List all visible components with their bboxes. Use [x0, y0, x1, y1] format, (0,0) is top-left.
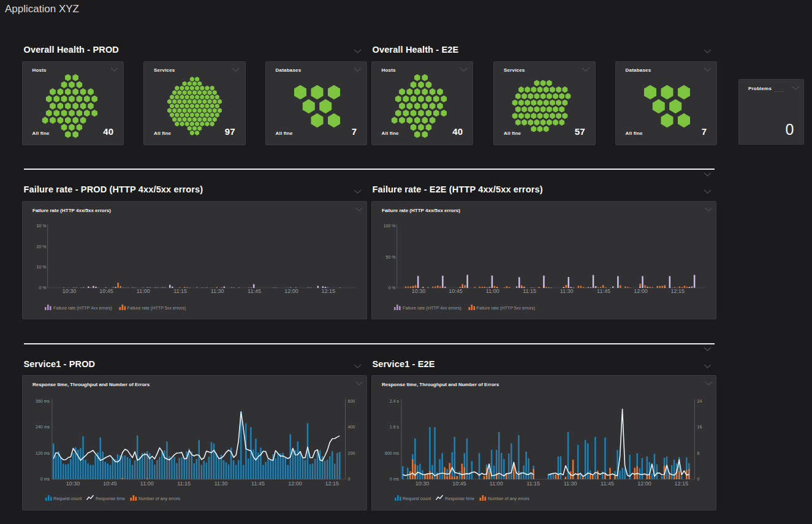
svg-text:0: 0 [697, 477, 699, 481]
svg-text:11:30: 11:30 [214, 480, 227, 486]
svg-text:360 ms: 360 ms [36, 398, 50, 403]
svg-text:11:15: 11:15 [177, 480, 191, 486]
svg-text:Failure rate (HTTP 4xx/5xx err: Failure rate (HTTP 4xx/5xx errors) [32, 207, 111, 213]
svg-text:30 %: 30 % [36, 224, 46, 228]
svg-text:11:00: 11:00 [140, 480, 153, 486]
svg-text:12:15: 12:15 [674, 480, 688, 486]
svg-text:8: 8 [697, 450, 699, 455]
svg-text:11:00: 11:00 [485, 288, 499, 294]
svg-text:Failure rate (HTTP 4xx/5xx err: Failure rate (HTTP 4xx/5xx errors) [382, 207, 460, 213]
svg-text:10:30: 10:30 [62, 288, 76, 294]
svg-text:2.4 s: 2.4 s [389, 398, 399, 403]
svg-text:12:00: 12:00 [288, 480, 302, 486]
svg-text:0 %: 0 % [388, 286, 395, 290]
svg-text:11:45: 11:45 [597, 288, 610, 294]
svg-text:Failure rate (HTTP 5xx errors): Failure rate (HTTP 5xx errors) [127, 305, 186, 310]
svg-text:240 ms: 240 ms [36, 425, 50, 429]
svg-text:16: 16 [697, 425, 702, 429]
svg-text:800 ms: 800 ms [385, 450, 399, 455]
svg-text:10:45: 10:45 [449, 288, 463, 294]
svg-text:11:30: 11:30 [210, 288, 224, 294]
svg-text:600: 600 [347, 398, 355, 403]
svg-text:0 ms: 0 ms [40, 477, 50, 481]
svg-text:11:30: 11:30 [560, 288, 573, 294]
svg-text:400: 400 [347, 425, 355, 429]
svg-text:10:45: 10:45 [103, 480, 117, 486]
svg-text:1.6 s: 1.6 s [389, 425, 399, 429]
svg-text:12:00: 12:00 [637, 480, 651, 486]
svg-text:Response time, Throughput and: Response time, Throughput and Number of … [382, 381, 499, 387]
svg-text:Failure rate (HTTP 5xx errors): Failure rate (HTTP 5xx errors) [476, 305, 535, 310]
svg-text:Response time, Throughput and: Response time, Throughput and Number of … [32, 381, 150, 387]
svg-text:12:00: 12:00 [284, 288, 298, 294]
svg-text:200: 200 [347, 450, 355, 455]
svg-text:12:15: 12:15 [321, 288, 335, 294]
svg-text:Response time: Response time [96, 495, 125, 501]
svg-text:Request count: Request count [53, 495, 82, 501]
svg-text:12:15: 12:15 [670, 288, 685, 294]
svg-text:11:45: 11:45 [251, 480, 265, 486]
svg-text:50 %: 50 % [385, 254, 395, 259]
svg-text:Response time: Response time [445, 495, 474, 501]
svg-text:Failure rate (HTTP 4xx errors): Failure rate (HTTP 4xx errors) [403, 305, 461, 310]
svg-text:Number of any errors: Number of any errors [138, 495, 180, 501]
svg-text:24: 24 [697, 398, 702, 403]
svg-text:11:00: 11:00 [136, 288, 150, 294]
svg-text:10:30: 10:30 [415, 480, 429, 486]
svg-text:11:15: 11:15 [173, 288, 187, 294]
svg-text:0 %: 0 % [39, 286, 46, 290]
svg-text:11:45: 11:45 [248, 288, 261, 294]
svg-text:11:15: 11:15 [523, 288, 536, 294]
svg-text:11:45: 11:45 [601, 480, 614, 486]
svg-text:11:30: 11:30 [563, 480, 577, 486]
svg-text:100 %: 100 % [383, 224, 395, 228]
svg-text:Number of any errors: Number of any errors [488, 495, 529, 501]
svg-text:0 ms: 0 ms [389, 477, 399, 481]
svg-text:12:15: 12:15 [325, 480, 339, 486]
svg-text:12:00: 12:00 [634, 288, 648, 294]
svg-text:Request count: Request count [403, 495, 431, 501]
svg-text:20 %: 20 % [36, 245, 46, 249]
svg-text:10:30: 10:30 [66, 480, 80, 486]
svg-text:11:15: 11:15 [526, 480, 540, 486]
svg-text:120 ms: 120 ms [36, 450, 50, 455]
svg-text:11:00: 11:00 [489, 480, 503, 486]
svg-text:10:30: 10:30 [411, 288, 425, 294]
svg-text:10 %: 10 % [36, 265, 46, 269]
svg-text:Failure rate (HTTP 4xx errors): Failure rate (HTTP 4xx errors) [53, 305, 112, 310]
svg-text:0: 0 [347, 477, 350, 481]
svg-text:10:45: 10:45 [99, 288, 113, 294]
svg-text:10:45: 10:45 [452, 480, 466, 486]
